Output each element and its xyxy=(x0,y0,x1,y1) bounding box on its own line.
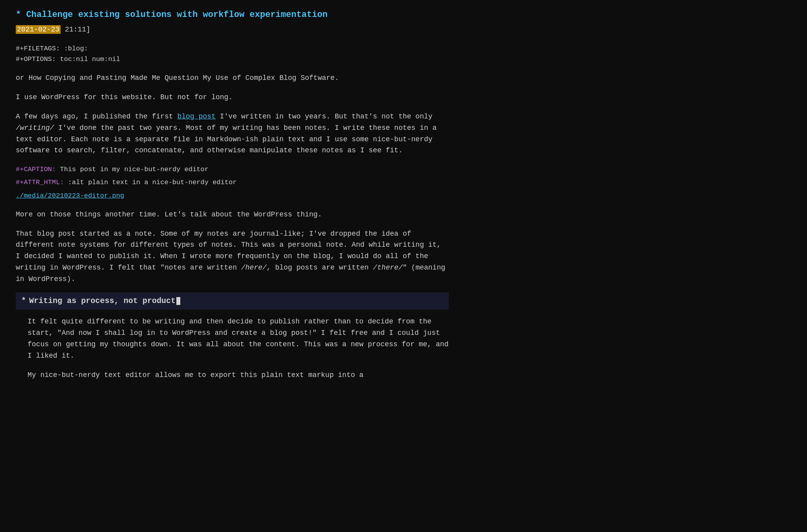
title-text: Challenge existing solutions with workfl… xyxy=(26,10,328,20)
para1: I use WordPress for this website. But no… xyxy=(16,92,449,103)
attr-html-line: #+ATTR_HTML: :alt plain text in a nice-b… xyxy=(16,177,449,188)
section2-heading: * Writing as process, not product xyxy=(16,292,449,310)
para2-post2: I've done the past two years. Most of my… xyxy=(16,124,437,155)
para2-post: I've written in two years. But that's no… xyxy=(216,113,433,120)
options-value: toc:nil num:nil xyxy=(60,55,120,63)
para4-mid: , blog posts are written xyxy=(267,264,373,272)
section2-text: Writing as process, not product xyxy=(29,295,176,307)
caption-text: This post in my nice-but-nerdy editor xyxy=(56,166,209,173)
para4-italic1: /here/ xyxy=(241,264,267,272)
options-label: #+OPTIONS: xyxy=(16,55,56,63)
para3: More on those things another time. Let's… xyxy=(16,209,449,220)
media-link[interactable]: ./media/20210223-editor.png xyxy=(16,192,124,200)
para4: That blog post started as a note. Some o… xyxy=(16,228,449,285)
para4-italic2: /there/ xyxy=(373,264,403,272)
section2-para2: My nice-but-nerdy text editor allows me … xyxy=(28,369,449,381)
time-part: 21:11] xyxy=(61,26,91,33)
filetags-label: #+FILETAGS: xyxy=(16,45,60,52)
filetags-line: #+FILETAGS: :blog: xyxy=(16,43,449,54)
media-link-line: ./media/20210223-editor.png xyxy=(16,190,449,201)
attr-html-label: #+ATTR_HTML: xyxy=(16,179,64,186)
timestamp: 2021-02-23 21:11] xyxy=(16,24,91,35)
para2-pre: A few days ago, I published the first xyxy=(16,113,177,120)
options-line: #+OPTIONS: toc:nil num:nil xyxy=(16,54,449,65)
cursor xyxy=(176,297,180,305)
para2-italic1: /writing/ xyxy=(16,124,54,132)
blog-post-link[interactable]: blog post xyxy=(177,113,215,120)
caption-line: #+CAPTION: This post in my nice-but-nerd… xyxy=(16,164,449,175)
para2: A few days ago, I published the first bl… xyxy=(16,111,449,156)
subtitle-para: or How Copying and Pasting Made Me Quest… xyxy=(16,72,449,84)
meta-block: #+FILETAGS: :blog: #+OPTIONS: toc:nil nu… xyxy=(16,43,449,65)
section2-para1: It felt quite different to be writing an… xyxy=(28,316,449,361)
main-title: * Challenge existing solutions with work… xyxy=(16,8,449,22)
caption-label: #+CAPTION: xyxy=(16,166,56,173)
attr-html-text: :alt plain text in a nice-but-nerdy edit… xyxy=(64,179,237,186)
title-star: * xyxy=(16,10,21,20)
date-highlight: 2021-02-23 xyxy=(16,25,61,34)
filetags-value: :blog: xyxy=(64,45,88,52)
section2-star: * xyxy=(21,295,26,307)
